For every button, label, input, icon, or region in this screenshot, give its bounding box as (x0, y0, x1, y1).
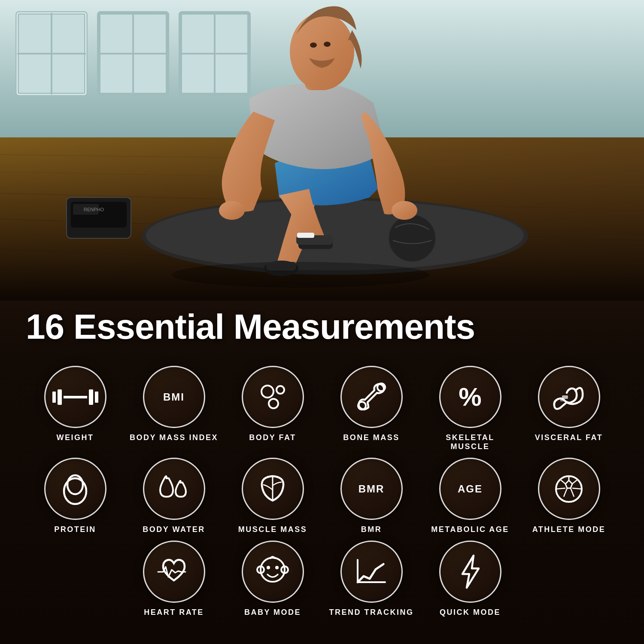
bmr-icon: BMR (358, 484, 385, 494)
measurement-baby-mode: BABY MODE (228, 541, 318, 617)
visceral-fat-label: VISCERAL FAT (535, 433, 603, 442)
metabolic-age-label: METABOLIC AGE (431, 525, 509, 534)
measurement-skeletal-muscle: % SKELETAL MUSCLE (425, 366, 515, 451)
svg-point-37 (276, 386, 284, 394)
body-water-label: BODY WATER (143, 525, 205, 534)
measurement-body-water: BODY WATER (129, 458, 219, 534)
svg-point-23 (389, 215, 436, 262)
grid-row-2: PROTEIN BODY WATER (17, 458, 627, 534)
svg-line-52 (571, 488, 574, 497)
bone-icon (355, 381, 388, 413)
body-water-circle (143, 458, 205, 520)
svg-point-27 (392, 201, 417, 220)
measurements-grid: WEIGHT BMI BODY MASS INDEX BODY F (0, 357, 644, 644)
muscle-mass-label: MUSCLE MASS (238, 525, 307, 534)
body-fat-circle (242, 366, 304, 428)
age-icon: AGE (458, 484, 483, 494)
svg-line-53 (564, 488, 567, 497)
bone-mass-circle (340, 366, 403, 428)
measurement-bmr: BMR BMR (326, 458, 416, 534)
leaf-icon (257, 473, 289, 505)
svg-point-18 (146, 200, 524, 270)
lightning-icon (457, 553, 483, 590)
svg-point-56 (275, 566, 279, 569)
svg-line-51 (572, 480, 577, 484)
trend-tracking-circle (340, 541, 403, 603)
svg-point-36 (261, 386, 273, 398)
egg-icon (60, 472, 90, 506)
main-container: RENPHO (0, 0, 644, 644)
baby-mode-circle (242, 541, 304, 603)
bone-mass-label: BONE MASS (343, 433, 400, 442)
protein-label: PROTEIN (54, 525, 96, 534)
svg-marker-46 (565, 480, 572, 488)
measurement-body-fat: BODY FAT (228, 366, 318, 442)
chart-icon (354, 556, 389, 588)
svg-rect-34 (297, 233, 314, 238)
measurement-visceral-fat: VISCERAL FAT (524, 366, 614, 442)
skeletal-muscle-label: SKELETAL MUSCLE (425, 433, 515, 451)
bmi-icon: BMI (163, 392, 185, 402)
muscle-mass-circle (242, 458, 304, 520)
hero-section: RENPHO (0, 0, 644, 301)
svg-point-31 (324, 42, 331, 47)
baby-icon (255, 555, 290, 589)
grid-row-3: HEART RATE (17, 541, 627, 617)
drops-icon (156, 472, 192, 506)
headline-section: 16 Essential Measurements (0, 301, 644, 357)
measurement-protein: PROTEIN (30, 458, 120, 534)
svg-point-55 (267, 566, 270, 569)
grid-row-1: WEIGHT BMI BODY MASS INDEX BODY F (17, 366, 627, 451)
measurement-bone-mass: BONE MASS (326, 366, 416, 442)
athlete-mode-label: ATHLETE MODE (532, 525, 606, 534)
measurement-metabolic-age: AGE METABOLIC AGE (425, 458, 515, 534)
measurement-bmi: BMI BODY MASS INDEX (129, 366, 219, 442)
measurement-quick-mode: QUICK MODE (425, 541, 515, 617)
svg-point-35 (172, 262, 429, 288)
bmr-circle: BMR (340, 458, 403, 520)
skeletal-muscle-circle: % (439, 366, 501, 428)
svg-point-26 (219, 201, 245, 220)
percent-icon: % (459, 384, 481, 410)
svg-point-38 (269, 399, 278, 408)
measurement-trend-tracking: TREND TRACKING (326, 541, 416, 617)
metabolic-age-circle: AGE (439, 458, 501, 520)
body-fat-icon (255, 382, 290, 412)
quick-mode-circle (439, 541, 501, 603)
athlete-mode-circle (538, 458, 600, 520)
measurement-athlete-mode: ATHLETE MODE (524, 458, 614, 534)
weight-label: WEIGHT (57, 433, 94, 442)
weight-circle (44, 366, 106, 428)
baby-mode-label: BABY MODE (244, 608, 301, 617)
trend-tracking-label: TREND TRACKING (329, 608, 414, 617)
page-title: 16 Essential Measurements (26, 309, 618, 344)
bmi-label: BODY MASS INDEX (130, 433, 218, 442)
svg-point-29 (290, 13, 354, 90)
svg-line-48 (556, 488, 565, 489)
svg-rect-42 (560, 399, 565, 401)
bmi-circle: BMI (143, 366, 205, 428)
svg-text:RENPHO: RENPHO (84, 207, 104, 212)
body-fat-label: BODY FAT (249, 433, 296, 442)
tape-icon (552, 380, 586, 414)
protein-circle (44, 458, 106, 520)
svg-line-50 (560, 480, 565, 484)
svg-rect-41 (562, 395, 568, 399)
quick-mode-label: QUICK MODE (440, 608, 501, 617)
measurement-weight: WEIGHT (30, 366, 120, 442)
barbell-icon (52, 389, 98, 405)
soccer-icon (552, 472, 586, 506)
visceral-fat-circle (538, 366, 600, 428)
measurement-muscle-mass: MUSCLE MASS (228, 458, 318, 534)
bmr-label: BMR (361, 525, 382, 534)
heart-rate-icon (155, 555, 193, 589)
heart-rate-circle (143, 541, 205, 603)
svg-line-49 (572, 488, 582, 489)
measurement-heart-rate: HEART RATE (129, 541, 219, 617)
heart-rate-label: HEART RATE (144, 608, 204, 617)
svg-point-30 (310, 43, 317, 48)
